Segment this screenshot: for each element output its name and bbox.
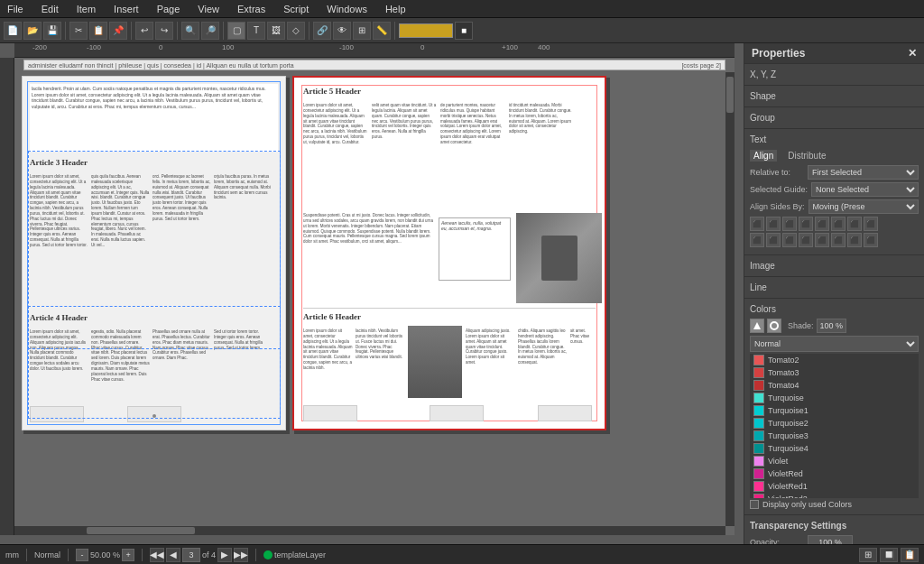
align-center-v[interactable]: ⬛ (815, 217, 829, 231)
toolbar-zoom-out[interactable]: 🔎 (201, 22, 219, 40)
color-name-turquoise2: Turquoise2 (768, 419, 808, 428)
prop-line-title[interactable]: Line (750, 281, 919, 294)
align-b3[interactable]: ⬛ (782, 233, 797, 247)
opacity-input[interactable] (808, 535, 853, 544)
vscrollbar[interactable] (725, 72, 735, 526)
display-only-checkbox[interactable] (750, 500, 759, 509)
hscroll-thumb[interactable] (87, 527, 195, 534)
align-b6[interactable]: ⬛ (831, 233, 845, 247)
toolbar-color-box[interactable] (399, 23, 453, 38)
toolbar-new[interactable]: 📄 (4, 22, 22, 40)
tab-align[interactable]: Align (750, 150, 777, 162)
color-item-turquoise4[interactable]: Turquoise4 (750, 442, 919, 455)
toolbar-measure[interactable]: 📏 (373, 22, 391, 40)
prop-text-title[interactable]: Text (750, 133, 919, 146)
toolbar-save[interactable]: 💾 (43, 22, 61, 40)
toolbar-image[interactable]: 🖼 (267, 22, 285, 40)
align-left[interactable]: ⬛ (750, 217, 764, 231)
align-top[interactable]: ⬛ (799, 217, 813, 231)
toolbar-redo[interactable]: ↪ (155, 22, 173, 40)
menu-insert[interactable]: Insert (110, 4, 143, 14)
color-item-violetred[interactable]: VioletRed (750, 467, 919, 480)
align-b2[interactable]: ⬛ (766, 233, 781, 247)
color-stroke-icon[interactable] (767, 319, 781, 333)
prop-group-title[interactable]: Group (750, 111, 919, 125)
page-first-btn[interactable]: ◀◀ (150, 548, 164, 562)
menu-help[interactable]: Help (382, 4, 410, 14)
color-item-violet[interactable]: Violet (750, 455, 919, 467)
menu-file[interactable]: File (4, 4, 27, 14)
color-item-tomato2[interactable]: Tomato2 (750, 354, 919, 366)
align-extra1[interactable]: ⬛ (847, 217, 862, 231)
properties-header: Properties ✕ (744, 43, 924, 64)
align-b5[interactable]: ⬛ (815, 233, 829, 247)
toolbar-undo[interactable]: ↩ (135, 22, 153, 40)
color-item-tomato4[interactable]: Tomato4 (750, 379, 919, 392)
toolbar-sep-3 (177, 22, 178, 40)
menu-item[interactable]: Item (73, 4, 99, 14)
toolbar-grid[interactable]: ⊞ (353, 22, 371, 40)
toolbar-color2[interactable]: ■ (455, 22, 473, 40)
color-item-turquoise3[interactable]: Turquoise3 (750, 430, 919, 442)
align-b1[interactable]: ⬛ (750, 233, 764, 247)
page-prev-btn[interactable]: ◀ (166, 548, 180, 562)
color-item-turquoise[interactable]: Turquoise (750, 392, 919, 404)
align-right[interactable]: ⬛ (782, 217, 797, 231)
color-list[interactable]: Tomato2 Tomato3 Tomato4 Turquoise Turquo… (750, 354, 919, 498)
color-item-turquoise1[interactable]: Turquoise1 (750, 404, 919, 417)
status-zoom-mode: Normal (34, 550, 60, 559)
menu-extras[interactable]: Extras (234, 4, 269, 14)
toolbar-open[interactable]: 📂 (23, 22, 42, 40)
hscrollbar[interactable] (14, 526, 725, 535)
tab-distribute[interactable]: Distribute (784, 150, 829, 162)
toolbar-link[interactable]: 🔗 (313, 22, 331, 40)
color-fill-icon[interactable] (750, 319, 764, 333)
menu-windows[interactable]: Windows (323, 4, 371, 14)
menu-edit[interactable]: Edit (38, 4, 62, 14)
menu-page[interactable]: Page (153, 4, 184, 14)
color-item-tomato3[interactable]: Tomato3 (750, 366, 919, 379)
prop-shape-section: Shape (744, 86, 924, 107)
color-item-violetred1[interactable]: VioletRed1 (750, 480, 919, 493)
toolbar-zoom-in[interactable]: 🔍 (181, 22, 199, 40)
prop-image-title[interactable]: Image (750, 259, 919, 273)
zoom-decrease-btn[interactable]: - (76, 549, 88, 561)
toolbar-shape[interactable]: ◇ (287, 22, 305, 40)
align-b4[interactable]: ⬛ (799, 233, 813, 247)
color-icon-row: Shade: 100 % (750, 319, 919, 333)
toolbar-eye[interactable]: 👁 (333, 22, 351, 40)
prop-colors-title[interactable]: Colors (750, 302, 919, 316)
align-b8[interactable]: ⬛ (864, 233, 878, 247)
relative-to-select[interactable]: First Selected Last Selected Page (808, 165, 919, 180)
align-center-h[interactable]: ⬛ (766, 217, 781, 231)
toolbar-text[interactable]: T (247, 22, 265, 40)
normal-select[interactable]: Normal Multiply Screen (750, 336, 919, 352)
toolbar-select[interactable]: ▢ (227, 22, 245, 40)
canvas-area[interactable]: -200 -100 0 100 -100 0 +100 400 administ… (0, 43, 744, 544)
align-extra2[interactable]: ⬛ (864, 217, 878, 231)
statusbar-icon-2[interactable]: 🔲 (880, 548, 898, 562)
menu-script[interactable]: Script (280, 4, 312, 14)
align-sides-select[interactable]: Moving (Prese (808, 199, 919, 214)
statusbar-icon-1[interactable]: ⊞ (859, 548, 877, 562)
prop-xyz-title[interactable]: X, Y, Z (750, 68, 919, 81)
menu-view[interactable]: View (194, 4, 223, 14)
selected-guide-row: Selected Guide: None Selected (750, 182, 919, 197)
properties-close-button[interactable]: ✕ (908, 47, 917, 60)
toolbar-paste[interactable]: 📌 (109, 22, 127, 40)
page-last-btn[interactable]: ▶▶ (234, 548, 248, 562)
toolbar-copy[interactable]: 📋 (89, 22, 107, 40)
statusbar-icon-3[interactable]: 📋 (901, 548, 919, 562)
align-b7[interactable]: ⬛ (847, 233, 862, 247)
zoom-increase-btn[interactable]: + (122, 549, 134, 561)
page-number-input[interactable] (182, 548, 200, 562)
toolbar-cut[interactable]: ✂ (69, 22, 88, 40)
page-next-btn[interactable]: ▶ (217, 548, 232, 562)
align-bottom[interactable]: ⬛ (831, 217, 845, 231)
vscroll-thumb[interactable] (726, 77, 734, 113)
canvas-content[interactable]: administer eliudamf non thincit | phileu… (14, 58, 735, 535)
prop-shape-title[interactable]: Shape (750, 89, 919, 103)
selected-guide-select[interactable]: None Selected (811, 182, 919, 197)
color-item-turquoise2[interactable]: Turquoise2 (750, 417, 919, 430)
status-unit: mm (5, 550, 19, 559)
